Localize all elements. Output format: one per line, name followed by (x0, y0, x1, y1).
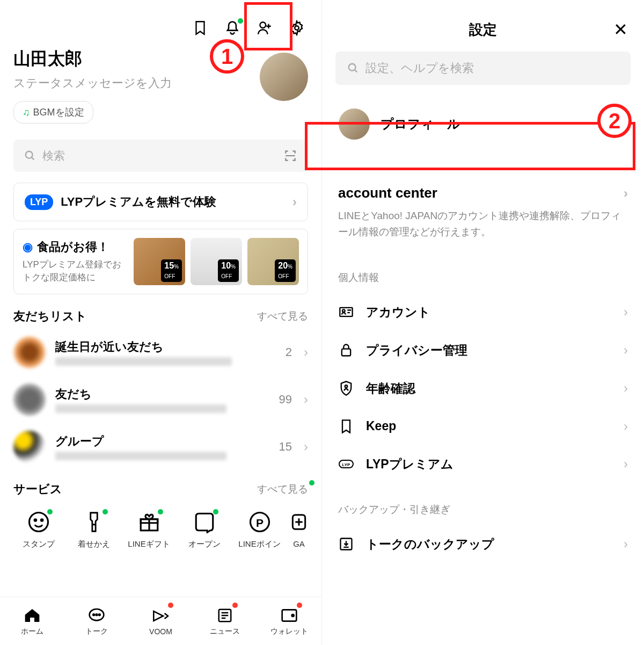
settings-account[interactable]: アカウント› (322, 293, 644, 331)
friend-count: 2 (286, 345, 292, 359)
home-screen: 山田太郎 ステータスメッセージを入力 ♫ BGMを設定 検索 LYP LYPプレ… (0, 0, 322, 645)
account-center-title: account center (338, 185, 624, 201)
service-openchat[interactable]: オープン (177, 510, 232, 549)
point-icon: P (248, 510, 272, 534)
account-center-subtitle: LINEとYahoo! JAPANのアカウント連携や連携解除、プロフィール情報の… (338, 208, 628, 241)
friend-avatar (13, 431, 46, 463)
music-note-icon: ♫ (23, 107, 30, 118)
nav-news[interactable]: ニュース (193, 597, 257, 645)
personal-section-head: 個人情報 (322, 251, 644, 293)
promo-card[interactable]: ◉食品がお得！ LYPプレミアム登録でおトクな限定価格に 15%OFF 10%O… (13, 229, 308, 294)
chevron-right-icon: › (624, 419, 628, 434)
settings-backup[interactable]: トークのバックアップ› (322, 525, 644, 563)
svg-point-5 (41, 519, 43, 521)
promo-subtitle: LYPプレミアム登録でおトクな限定価格に (23, 258, 128, 284)
news-icon (216, 606, 234, 625)
chevron-right-icon: › (304, 439, 308, 454)
settings-search-input[interactable]: 設定、ヘルプを検索 (335, 52, 631, 85)
search-icon (24, 150, 36, 162)
chevron-right-icon: › (624, 381, 628, 396)
status-message[interactable]: ステータスメッセージを入力 (13, 75, 260, 91)
settings-age[interactable]: 年齢確認› (322, 369, 644, 408)
see-all-services[interactable]: すべて見る (257, 482, 308, 496)
wallet-icon (280, 606, 298, 625)
chevron-right-icon: › (624, 343, 628, 358)
service-stamp[interactable]: スタンプ (11, 510, 66, 549)
list-item[interactable]: 友だち 99› (0, 379, 321, 426)
lyp-premium-banner[interactable]: LYP LYPプレミアムを無料で体験 › (13, 183, 308, 221)
avatar[interactable] (260, 53, 308, 101)
add-icon (287, 510, 311, 534)
annotation-number-1: 1 (210, 39, 244, 74)
chevron-right-icon: › (624, 537, 628, 552)
bookmark-icon (338, 418, 354, 434)
svg-point-12 (96, 614, 97, 615)
friends-section-head: 友だちリスト すべて見る (0, 308, 321, 332)
id-card-icon (338, 304, 354, 320)
scan-icon[interactable] (283, 149, 297, 163)
friend-row-title: 友だち (55, 386, 269, 402)
friend-row-title: グループ (55, 433, 269, 450)
friend-avatar (13, 336, 46, 368)
smiley-icon (27, 510, 50, 534)
service-theme[interactable]: 着せかえ (66, 510, 121, 549)
lyp-banner-text: LYPプレミアムを無料で体験 (61, 194, 216, 210)
brush-icon (82, 510, 106, 534)
squircle-icon (193, 510, 216, 534)
settings-screen: 設定 ✕ 設定、ヘルプを検索 プロフィール › account center› … (322, 0, 644, 645)
lyp-badge: LYP (25, 194, 53, 210)
tag-icon: ◉ (23, 240, 33, 254)
bell-icon[interactable] (224, 19, 241, 37)
settings-privacy[interactable]: プライバシー管理› (322, 331, 644, 369)
shield-icon (338, 380, 354, 396)
promo-title: 食品がお得！ (37, 239, 109, 255)
nav-talk[interactable]: トーク (64, 597, 129, 645)
svg-point-11 (93, 614, 94, 615)
lyp-icon: LYP (338, 456, 354, 472)
svg-point-4 (34, 519, 36, 521)
service-points[interactable]: PLINEポイン (232, 510, 287, 549)
services-heading: サービス (13, 481, 257, 497)
svg-point-21 (345, 386, 348, 388)
svg-point-19 (342, 310, 345, 313)
chevron-right-icon: › (304, 392, 308, 407)
chevron-right-icon: › (304, 345, 308, 360)
service-gift[interactable]: LINEギフト (121, 510, 177, 549)
settings-lyp[interactable]: LYP LYPプレミアム› (322, 445, 644, 483)
services-row: スタンプ 着せかえ LINEギフト オープン PLINEポイン GA (0, 505, 321, 555)
nav-voom[interactable]: VOOM (129, 597, 193, 645)
promo-image-3: 20%OFF (247, 238, 299, 285)
friend-row-title: 誕生日が近い友だち (55, 339, 276, 355)
settings-title: 設定 (469, 20, 497, 39)
backup-icon (338, 536, 354, 552)
svg-text:P: P (255, 517, 263, 529)
promo-image-1: 15%OFF (134, 238, 185, 285)
profile-header: 山田太郎 ステータスメッセージを入力 ♫ BGMを設定 (0, 47, 321, 129)
home-icon (23, 606, 41, 625)
close-icon[interactable]: ✕ (613, 19, 628, 40)
settings-keep[interactable]: Keep› (322, 408, 644, 445)
settings-search-placeholder: 設定、ヘルプを検索 (365, 60, 474, 76)
bgm-label: BGMを設定 (33, 106, 84, 119)
nav-home[interactable]: ホーム (0, 597, 64, 645)
bgm-button[interactable]: ♫ BGMを設定 (13, 101, 93, 124)
gift-icon (137, 510, 161, 534)
friend-count: 99 (279, 393, 292, 407)
list-item[interactable]: グループ 15› (0, 426, 321, 474)
search-input[interactable]: 検索 (13, 140, 308, 172)
settings-header: 設定 ✕ (322, 0, 644, 48)
play-icon (151, 607, 170, 625)
list-item[interactable]: 誕生日が近い友だち 2› (0, 332, 321, 379)
service-more[interactable]: GA (287, 510, 311, 549)
annotation-box-2 (305, 122, 635, 170)
nav-wallet[interactable]: ウォレット (257, 597, 321, 645)
see-all-friends[interactable]: すべて見る (257, 309, 308, 323)
annotation-box-1 (244, 2, 292, 50)
bookmark-icon[interactable] (192, 19, 209, 37)
friends-heading: 友だちリスト (13, 308, 257, 324)
svg-point-13 (99, 614, 100, 615)
account-center-row[interactable]: account center› LINEとYahoo! JAPANのアカウント連… (322, 169, 644, 251)
lock-icon (338, 342, 354, 358)
annotation-number-2: 2 (597, 104, 632, 138)
svg-point-1 (295, 26, 299, 30)
